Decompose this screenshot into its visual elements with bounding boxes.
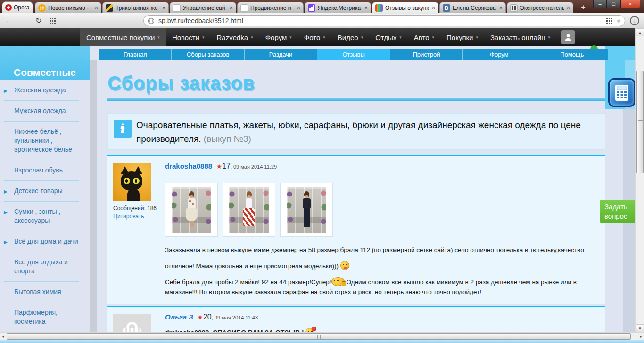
tab-close-icon[interactable]: × bbox=[567, 5, 570, 11]
nav-item-razvedka[interactable]: Razvedka ▾ bbox=[210, 28, 259, 46]
nav-item-news[interactable]: Новости ▾ bbox=[166, 28, 211, 46]
post-paragraph: Себе брала для пробы 2 майки! 92 на 44 р… bbox=[165, 277, 601, 297]
tab-help[interactable]: Помощь bbox=[536, 49, 608, 60]
vertical-scrollbar-thumb[interactable] bbox=[636, 71, 644, 173]
avatar[interactable] bbox=[113, 163, 151, 201]
browser-tab-site-admin[interactable]: Управление сай × bbox=[170, 2, 236, 13]
tab-handouts[interactable]: Раздачи bbox=[244, 49, 317, 60]
horizontal-scrollbar[interactable]: ◄ ► bbox=[0, 332, 644, 340]
scroll-right-icon[interactable]: ► bbox=[638, 333, 644, 340]
mail-icon: @ bbox=[38, 4, 46, 12]
quote-link[interactable]: Цитировать bbox=[113, 213, 144, 220]
tab-reviews[interactable]: Отзывы bbox=[317, 49, 389, 60]
address-bar: ← → ↻ sp.bvf.ru/feedback/3512.html ♥ ↓ bbox=[0, 13, 644, 28]
user-avatar-button[interactable] bbox=[561, 30, 575, 44]
browser-tab-feedback-active[interactable]: Отзывы о закупк × bbox=[372, 2, 438, 14]
username-link[interactable]: drakosha0888 bbox=[165, 162, 212, 170]
review-post: Сообщений: 186 Цитировать drakosha0888 ★… bbox=[107, 155, 605, 304]
scroll-left-icon[interactable]: ◄ bbox=[0, 333, 6, 340]
browser-tab-promotion[interactable]: Продвижение и × bbox=[237, 2, 304, 13]
sidebar-item-household-chemicals[interactable]: Бытовая химия bbox=[4, 282, 79, 302]
tab-order-collections[interactable]: Сборы заказов bbox=[171, 49, 244, 60]
sidebar-item-perfume-cosmetics[interactable]: Парфюмерия, косметика bbox=[4, 302, 79, 332]
post-date: , 09 мая 2014 11:29 bbox=[231, 164, 277, 170]
username-link[interactable]: Ольга З bbox=[165, 313, 193, 321]
extensions-grid-icon[interactable] bbox=[606, 17, 613, 24]
sidebar-item-kids-goods[interactable]: ▶ Детские товары bbox=[4, 181, 79, 202]
sidebar-item-mens-clothing[interactable]: Мужская одежда bbox=[4, 101, 79, 122]
tab-close-icon[interactable]: × bbox=[95, 5, 98, 11]
download-icon[interactable]: ↓ bbox=[630, 16, 639, 25]
photo-thumbnail[interactable] bbox=[280, 183, 333, 237]
sidebar-item-adult-shoes[interactable]: Взрослая обувь bbox=[4, 160, 79, 181]
nav-item-photo[interactable]: Фото ▾ bbox=[298, 28, 331, 46]
scroll-up-icon[interactable]: ▲ bbox=[636, 28, 644, 36]
tab-close-icon[interactable]: × bbox=[432, 5, 435, 11]
sidebar-divider-strip bbox=[90, 60, 97, 332]
browser-tab-speed-dial[interactable]: Экспресс-панель × bbox=[507, 2, 573, 13]
opera-menu-button[interactable]: Opera bbox=[2, 1, 33, 13]
person-icon bbox=[563, 33, 573, 42]
metrika-icon bbox=[308, 4, 315, 12]
vertical-scrollbar[interactable]: ▲ ▼ bbox=[635, 28, 644, 332]
chevron-down-icon: ▾ bbox=[157, 35, 160, 40]
tab-forum[interactable]: Форум bbox=[462, 49, 535, 60]
user-rating: 20 bbox=[203, 313, 212, 321]
tab-home[interactable]: Главная bbox=[99, 49, 171, 60]
model-photo-2 bbox=[229, 187, 269, 233]
sidebar-item-bags-accessories[interactable]: ▶ Сумки , зонты , аксессуары bbox=[4, 202, 79, 231]
page-title: Сборы заказов bbox=[107, 73, 255, 94]
bookmark-heart-icon[interactable]: ♥ bbox=[617, 17, 621, 25]
nav-item-forum[interactable]: Форум ▾ bbox=[259, 28, 298, 46]
sidebar-item-lingerie[interactable]: Нижнее бельё , купальники , эротическое … bbox=[4, 122, 79, 160]
photo-thumbnail[interactable] bbox=[223, 183, 275, 237]
tab-close-icon[interactable]: × bbox=[230, 5, 233, 11]
url-text[interactable]: sp.bvf.ru/feedback/3512.html bbox=[158, 17, 606, 24]
url-field[interactable]: sp.bvf.ru/feedback/3512.html ♥ bbox=[143, 15, 625, 26]
nav-item-shopping[interactable]: Покупки ▾ bbox=[440, 28, 484, 46]
forward-icon[interactable]: → bbox=[18, 15, 29, 26]
browser-tab-mail[interactable]: @ Новое письмо - × bbox=[35, 2, 101, 13]
nav-item-joint-purchases[interactable]: Совместные покупки ▾ bbox=[80, 28, 166, 46]
ask-question-button[interactable]: Задать вопрос bbox=[600, 200, 636, 223]
calculator-icon[interactable] bbox=[608, 78, 636, 107]
tab-close-icon[interactable]: × bbox=[162, 5, 165, 11]
reload-icon[interactable]: ↻ bbox=[33, 15, 44, 26]
chevron-down-icon: ▾ bbox=[476, 35, 478, 40]
nav-item-video[interactable]: Видео ▾ bbox=[331, 28, 369, 46]
minimize-button[interactable]: – bbox=[593, 0, 607, 8]
browser-tab-knitwear[interactable]: Трикотажная же × bbox=[102, 2, 169, 13]
tab-close-icon[interactable]: × bbox=[499, 5, 503, 11]
sidebar-item-leisure-sport[interactable]: Все для отдыха и спорта bbox=[4, 252, 79, 282]
post-meta: Сообщений: 186 Цитировать bbox=[113, 205, 157, 220]
back-icon[interactable]: ← bbox=[4, 15, 15, 26]
nav-item-order-online[interactable]: Заказать онлайн ▾ bbox=[484, 28, 556, 46]
sidebar-item-home-dacha[interactable]: ▶ Всё для дома и дачи bbox=[4, 231, 79, 252]
menu-grid-icon[interactable] bbox=[49, 17, 56, 24]
chevron-down-icon: ▾ bbox=[399, 35, 402, 40]
tab-close-icon[interactable]: × bbox=[364, 5, 368, 11]
post-body: Заказывала в первом выкупе маме джемпер … bbox=[165, 245, 601, 297]
scroll-down-icon[interactable]: ▼ bbox=[636, 324, 644, 332]
photo-thumbnail[interactable] bbox=[165, 183, 218, 237]
nav-item-auto[interactable]: Авто ▾ bbox=[408, 28, 440, 46]
close-button[interactable]: × bbox=[620, 0, 640, 8]
shopping-bag-icon bbox=[375, 4, 383, 12]
browser-tab-vk[interactable]: B Елена Серякова × bbox=[439, 2, 506, 13]
browser-tab-metrika[interactable]: Яндекс.Метрика × bbox=[305, 2, 371, 13]
tab-close-icon[interactable]: × bbox=[297, 5, 300, 11]
topic-purchase-number: (выкуп №3) bbox=[201, 134, 251, 144]
star-icon: ★ bbox=[216, 163, 223, 170]
chevron-down-icon: ▾ bbox=[548, 35, 551, 40]
new-tab-button[interactable]: + bbox=[577, 3, 589, 12]
tab-pristroy[interactable]: Пристрой bbox=[390, 49, 462, 60]
horizontal-scrollbar-thumb[interactable] bbox=[7, 333, 631, 340]
post-user-row: drakosha0888 ★17, 09 мая 2014 11:29 bbox=[165, 162, 277, 171]
nav-item-leisure[interactable]: Отдых ▾ bbox=[369, 28, 408, 46]
vk-icon: B bbox=[443, 4, 450, 12]
post-paragraph: отличное! Мама довольна и еще присмотрел… bbox=[165, 261, 601, 271]
maximize-button[interactable]: □ bbox=[607, 0, 620, 8]
sidebar-item-womens-clothing[interactable]: ▶ Женская одежда bbox=[4, 80, 79, 101]
logo-line2: покупки bbox=[0, 77, 90, 80]
cat-avatar-art bbox=[121, 171, 142, 191]
